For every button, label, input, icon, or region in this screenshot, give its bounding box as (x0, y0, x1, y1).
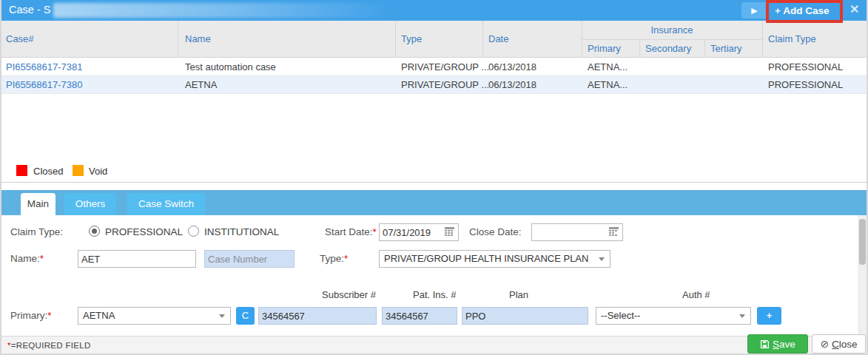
header-divider (482, 21, 483, 58)
case-number-input[interactable] (204, 250, 295, 268)
cell-case-number[interactable]: PI65568617-7380 (6, 76, 82, 94)
cancel-circle-icon: ⊘ (820, 338, 829, 350)
subscriber-number-input[interactable] (258, 307, 377, 325)
plan-column-label: Plan (509, 289, 528, 300)
cell-claim-type: PROFESSIONAL (768, 76, 843, 94)
case-table-header: Case# Name Type Date Insurance Primary S… (1, 21, 867, 58)
tab-strip: Main Others Case Switch (1, 190, 867, 215)
save-button[interactable]: Save (747, 334, 808, 354)
required-asterisk: * (344, 253, 348, 264)
auth-number-column-label: Auth # (682, 289, 710, 300)
tab-others[interactable]: Others (64, 193, 116, 215)
footer-bar (1, 336, 867, 355)
closed-legend-swatch (16, 165, 27, 176)
header-divider (704, 39, 705, 58)
primary-insurance-select[interactable]: AETNA (78, 307, 231, 325)
main-tab-panel: Claim Type: PROFESSIONAL INSTITUTIONAL S… (1, 215, 867, 336)
cell-type: PRIVATE/GROUP ... (401, 58, 489, 76)
col-header-case-number[interactable]: Case# (6, 21, 34, 58)
redacted-title-text (53, 3, 395, 18)
col-header-claim-type[interactable]: Claim Type (768, 21, 816, 58)
close-icon[interactable]: ✕ (850, 2, 859, 16)
header-divider (639, 39, 640, 58)
save-floppy-icon (760, 339, 770, 349)
cell-date: 06/13/2018 (488, 76, 536, 94)
close-date-label: Close Date: (469, 226, 522, 237)
institutional-radio-label[interactable]: INSTITUTIONAL (204, 226, 279, 237)
plan-input[interactable] (462, 307, 588, 325)
auth-number-select[interactable]: --Select-- (596, 307, 751, 325)
header-divider (178, 21, 178, 58)
close-date-calendar-icon[interactable] (608, 226, 619, 240)
void-legend-label: Void (89, 166, 107, 177)
col-header-name[interactable]: Name (185, 21, 211, 58)
header-divider (395, 21, 396, 58)
col-header-date[interactable]: Date (488, 21, 508, 58)
window-title: Case - S (9, 4, 50, 16)
col-header-secondary[interactable]: Secondary (645, 39, 691, 58)
close-button[interactable]: ⊘Close (812, 334, 866, 354)
professional-radio[interactable] (89, 226, 100, 237)
case-dialog-window: Case - S ▶ + Add Case ✕ Case# Name Type … (0, 0, 868, 355)
professional-radio-label[interactable]: PROFESSIONAL (105, 226, 183, 237)
cell-primary-insurance: AETNA... (588, 76, 628, 94)
col-header-tertiary[interactable]: Tertiary (710, 39, 742, 58)
claim-type-label: Claim Type: (10, 226, 63, 237)
copy-insurance-button[interactable]: C (236, 307, 255, 325)
case-type-select[interactable]: PRIVATE/GROUP HEALTH INSURANCE PLAN (379, 250, 610, 268)
header-divider (582, 39, 762, 40)
required-field-note: *=REQUIRED FIELD (7, 341, 90, 350)
panel-divider (1, 182, 867, 183)
closed-legend-label: Closed (33, 166, 63, 177)
cell-name: Test automation case (185, 58, 276, 76)
cell-claim-type: PROFESSIONAL (768, 58, 843, 76)
play-icon: ▶ (751, 6, 757, 15)
table-row[interactable]: PI65568617-7380 AETNA PRIVATE/GROUP ... … (1, 76, 867, 94)
add-insurance-button[interactable]: + (757, 307, 781, 325)
col-header-primary[interactable]: Primary (588, 39, 621, 58)
start-date-calendar-icon[interactable] (444, 226, 455, 240)
chevron-down-icon (219, 314, 225, 318)
tab-main[interactable]: Main (21, 193, 55, 215)
patient-insurance-number-column-label: Pat. Ins. # (413, 289, 457, 300)
col-header-insurance-group: Insurance (582, 21, 762, 39)
col-header-type[interactable]: Type (401, 21, 422, 58)
tab-case-switch[interactable]: Case Switch (127, 193, 205, 215)
cell-case-number[interactable]: PI65568617-7381 (6, 58, 82, 76)
cell-type: PRIVATE/GROUP ... (401, 76, 489, 94)
chevron-down-icon (599, 257, 605, 261)
type-label: Type:* (320, 253, 348, 264)
add-case-highlight-annotation (766, 0, 843, 23)
required-asterisk: * (47, 310, 51, 321)
form-scrollbar-thumb[interactable] (859, 219, 866, 265)
header-divider (762, 21, 763, 58)
institutional-radio[interactable] (188, 226, 199, 237)
primary-insurance-label: Primary:* (10, 310, 52, 321)
required-asterisk: * (373, 226, 377, 237)
required-asterisk: * (40, 253, 44, 264)
case-name-input[interactable] (78, 250, 196, 268)
cell-primary-insurance: AETNA... (588, 58, 628, 76)
start-date-label: Start Date:* (325, 226, 377, 237)
void-legend-swatch (73, 165, 84, 176)
title-bar: Case - S ▶ + Add Case ✕ (1, 0, 867, 21)
name-label: Name:* (10, 253, 44, 264)
cell-name: AETNA (185, 76, 217, 94)
chevron-down-icon (739, 314, 745, 318)
table-row[interactable]: PI65568617-7381 Test automation case PRI… (1, 58, 867, 76)
play-button[interactable]: ▶ (741, 2, 767, 18)
subscriber-number-column-label: Subscriber # (322, 289, 376, 300)
cell-date: 06/13/2018 (488, 58, 536, 76)
patient-insurance-number-input[interactable] (382, 307, 457, 325)
